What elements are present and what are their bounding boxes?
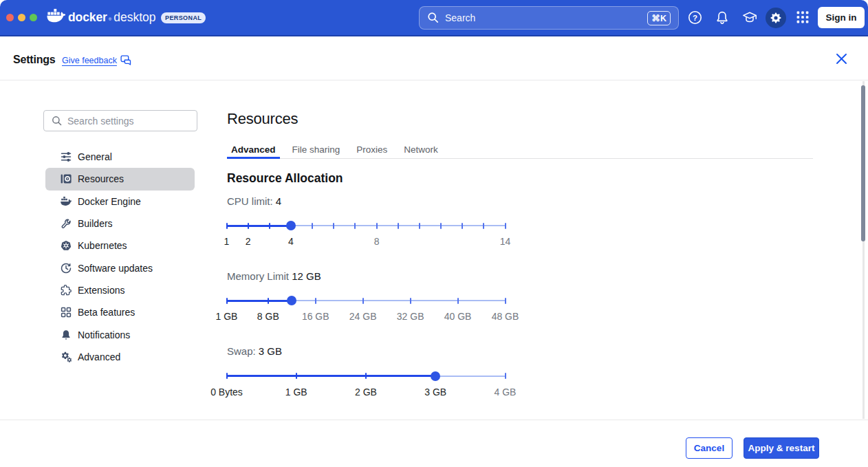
memory-limit-tick-32: [410, 298, 411, 304]
docker-whale-logo-icon: [47, 8, 65, 25]
cancel-button[interactable]: Cancel: [686, 437, 733, 459]
memory-limit-tick-24: [362, 298, 364, 304]
memory-limit-slider[interactable]: [227, 296, 506, 305]
search-icon: [52, 116, 62, 126]
apply-restart-button[interactable]: Apply & restart: [744, 437, 819, 459]
cpu-limit-mark-label-14: 14: [500, 236, 511, 247]
cpu-limit-tick-1: [226, 223, 228, 229]
gears-icon: [61, 351, 72, 362]
memory-limit-tick-48: [505, 298, 506, 304]
feedback-bubbles-icon: [120, 55, 131, 65]
question-mark-circle-icon: ?: [688, 10, 702, 25]
cpu-limit-mark-label-4: 4: [288, 236, 294, 247]
sidebar-search-input[interactable]: [67, 116, 184, 127]
cpu-limit-tick-2: [248, 223, 249, 229]
memory-limit-label-text: Memory Limit: [227, 270, 292, 282]
whale-icon: [61, 196, 72, 207]
section-title: Resource Allocation: [227, 171, 343, 186]
resources-tabs: Advanced File sharing Proxies Network: [227, 141, 813, 159]
window-zoom-button[interactable]: [30, 14, 37, 21]
four-squares-icon: [61, 307, 72, 318]
settings-header: Settings Give feedback: [0, 36, 868, 80]
swap-slider-thumb[interactable]: [431, 371, 440, 381]
swap-value: 3 GB: [259, 345, 282, 357]
sidebar-item-label: Kubernetes: [78, 240, 127, 251]
update-clock-icon: [61, 263, 72, 274]
puzzle-icon: [61, 285, 72, 296]
sidebar-item-notifications[interactable]: Notifications: [45, 323, 195, 345]
close-settings-button[interactable]: [834, 51, 849, 66]
cpu-limit-label-text: CPU limit:: [227, 195, 276, 207]
whale-icon: [47, 8, 65, 25]
memory-limit-mark-label-32: 32 GB: [397, 311, 424, 322]
sidebar-item-resources[interactable]: Resources: [45, 168, 195, 190]
sidebar-item-label: Extensions: [78, 285, 124, 296]
sidebar-item-kubernetes[interactable]: Kubernetes: [45, 235, 195, 257]
swap-mark-label-3: 3 GB: [424, 387, 446, 398]
logo-word-desktop: desktop: [113, 10, 155, 25]
swap-mark-label-0: 0 Bytes: [210, 387, 243, 398]
bell-icon: [715, 10, 729, 25]
wrench-icon: [61, 218, 72, 229]
tab-label: File sharing: [292, 144, 340, 155]
cpu-limit-mark-label-1: 1: [224, 236, 230, 247]
resources-icon: [61, 173, 72, 184]
cpu-limit-mark-label-8: 8: [374, 236, 380, 247]
memory-limit-mark-label-24: 24 GB: [349, 311, 377, 322]
registered-mark: ®: [109, 17, 111, 21]
swap-mark-label-2: 2 GB: [355, 387, 377, 398]
learning-center-button[interactable]: [742, 10, 757, 25]
notifications-button[interactable]: [715, 10, 730, 25]
sidebar-item-label: Advanced: [78, 351, 120, 362]
cpu-limit-tick-11: [440, 223, 442, 229]
search-shortcut-badge: ⌘K: [647, 11, 671, 25]
help-button[interactable]: ?: [687, 10, 702, 25]
apps-grid-button[interactable]: [795, 10, 810, 25]
sidebar-item-docker-engine[interactable]: Docker Engine: [45, 191, 195, 213]
window-minimize-button[interactable]: [18, 14, 25, 21]
memory-limit-mark-label-48: 48 GB: [492, 311, 519, 322]
sidebar-search[interactable]: [43, 110, 197, 131]
settings-nav: General Resources: [45, 146, 195, 368]
sidebar-item-label: Resources: [78, 173, 124, 184]
swap-slider-track: [227, 375, 436, 377]
swap-mark-label-4: 4 GB: [495, 387, 517, 398]
swap-tick-0: [226, 373, 228, 379]
memory-limit-mark-label-40: 40 GB: [444, 311, 472, 322]
cpu-limit-slider-thumb[interactable]: [286, 221, 296, 230]
scrollbar-thumb[interactable]: [861, 85, 865, 241]
global-search-input[interactable]: Search ⌘K: [419, 6, 679, 30]
cpu-limit-tick-6: [333, 223, 334, 229]
swap-slider[interactable]: [227, 371, 506, 381]
cpu-limit-slider[interactable]: [227, 221, 506, 230]
app-title: docker®desktop: [68, 10, 156, 25]
memory-limit-tick-16: [315, 298, 316, 304]
gear-icon: [770, 12, 782, 24]
cpu-limit-mark-label-2: 2: [246, 236, 251, 247]
tab-file-sharing[interactable]: File sharing: [288, 141, 345, 158]
sidebar-item-extensions[interactable]: Extensions: [45, 279, 195, 301]
sign-in-button[interactable]: Sign in: [818, 7, 865, 28]
tab-proxies[interactable]: Proxies: [352, 141, 391, 158]
sidebar-item-advanced[interactable]: Advanced: [45, 346, 195, 368]
cpu-limit-tick-8: [376, 223, 378, 229]
cpu-limit-tick-5: [312, 223, 313, 229]
grid-dots-icon: [796, 10, 810, 24]
tab-network[interactable]: Network: [400, 141, 442, 158]
sidebar-item-builders[interactable]: Builders: [45, 213, 195, 235]
footer-divider: [0, 420, 868, 420]
settings-button-active[interactable]: [766, 8, 786, 28]
memory-limit-tick-1: [226, 298, 228, 304]
give-feedback-link[interactable]: Give feedback: [62, 55, 131, 65]
memory-limit-slider-thumb[interactable]: [287, 296, 296, 305]
sidebar-item-software-updates[interactable]: Software updates: [45, 257, 195, 279]
swap-tick-4: [505, 373, 506, 379]
tab-advanced[interactable]: Advanced: [227, 141, 280, 158]
cpu-limit-label: CPU limit: 4: [227, 195, 281, 207]
kubernetes-icon: [61, 240, 72, 251]
memory-limit-mark-label-16: 16 GB: [302, 311, 329, 322]
swap-mark-label-1: 1 GB: [285, 387, 307, 398]
sidebar-item-beta-features[interactable]: Beta features: [45, 301, 195, 323]
window-close-button[interactable]: [6, 14, 14, 21]
sidebar-item-general[interactable]: General: [45, 146, 195, 168]
